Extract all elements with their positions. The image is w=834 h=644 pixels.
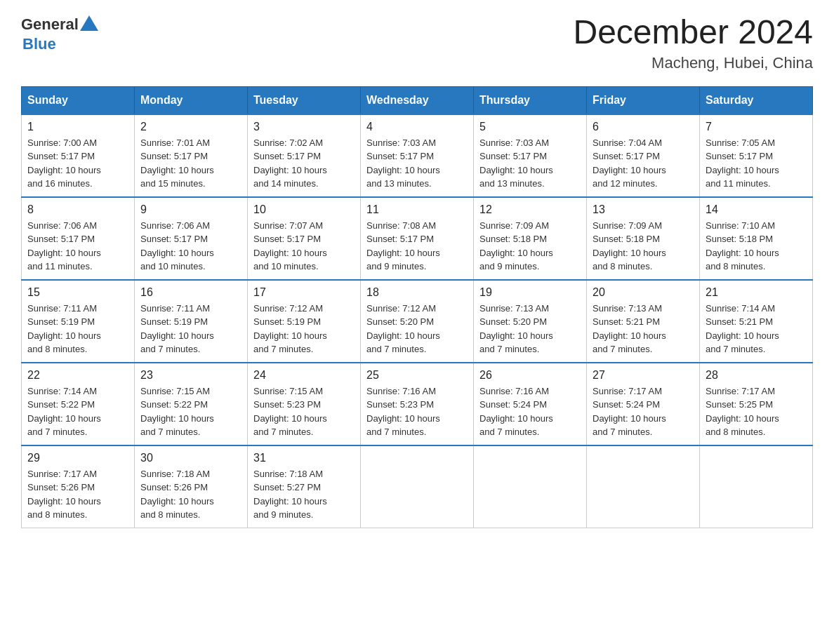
calendar-cell: 2 Sunrise: 7:01 AM Sunset: 5:17 PM Dayli… <box>135 114 248 197</box>
logo-general: General <box>21 15 79 34</box>
day-number: 4 <box>366 121 468 133</box>
calendar-title: December 2024 <box>573 14 813 51</box>
day-number: 12 <box>479 203 581 216</box>
calendar-cell: 3 Sunrise: 7:02 AM Sunset: 5:17 PM Dayli… <box>248 114 361 197</box>
svg-marker-0 <box>80 15 98 31</box>
header-monday: Monday <box>135 86 248 114</box>
header-friday: Friday <box>587 86 700 114</box>
day-info: Sunrise: 7:16 AM Sunset: 5:24 PM Dayligh… <box>479 384 581 439</box>
calendar-cell: 12 Sunrise: 7:09 AM Sunset: 5:18 PM Dayl… <box>474 197 587 280</box>
calendar-cell: 31 Sunrise: 7:18 AM Sunset: 5:27 PM Dayl… <box>248 445 361 528</box>
calendar-cell: 28 Sunrise: 7:17 AM Sunset: 5:25 PM Dayl… <box>700 363 813 445</box>
day-number: 7 <box>706 121 807 133</box>
day-number: 31 <box>253 452 355 464</box>
day-number: 6 <box>593 121 694 133</box>
calendar-cell: 17 Sunrise: 7:12 AM Sunset: 5:19 PM Dayl… <box>248 280 361 363</box>
day-number: 18 <box>366 286 468 299</box>
day-number: 28 <box>706 369 807 382</box>
page-header: General Blue December 2024 Macheng, Hube… <box>21 14 813 72</box>
week-row-2: 8 Sunrise: 7:06 AM Sunset: 5:17 PM Dayli… <box>22 197 813 280</box>
week-row-4: 22 Sunrise: 7:14 AM Sunset: 5:22 PM Dayl… <box>22 363 813 445</box>
day-number: 17 <box>253 286 355 299</box>
day-info: Sunrise: 7:06 AM Sunset: 5:17 PM Dayligh… <box>140 219 241 274</box>
calendar-cell: 25 Sunrise: 7:16 AM Sunset: 5:23 PM Dayl… <box>361 363 474 445</box>
calendar-cell: 19 Sunrise: 7:13 AM Sunset: 5:20 PM Dayl… <box>474 280 587 363</box>
day-number: 29 <box>27 452 128 464</box>
day-number: 30 <box>140 452 241 464</box>
day-info: Sunrise: 7:18 AM Sunset: 5:26 PM Dayligh… <box>140 467 241 522</box>
calendar-header-right: December 2024 Macheng, Hubei, China <box>573 14 813 72</box>
calendar-cell: 30 Sunrise: 7:18 AM Sunset: 5:26 PM Dayl… <box>135 445 248 528</box>
day-number: 5 <box>479 121 581 133</box>
day-info: Sunrise: 7:15 AM Sunset: 5:22 PM Dayligh… <box>140 384 241 439</box>
day-number: 26 <box>479 369 581 382</box>
day-number: 3 <box>253 121 355 133</box>
calendar-cell <box>361 445 474 528</box>
header-thursday: Thursday <box>474 86 587 114</box>
calendar-cell: 6 Sunrise: 7:04 AM Sunset: 5:17 PM Dayli… <box>587 114 700 197</box>
calendar-cell: 8 Sunrise: 7:06 AM Sunset: 5:17 PM Dayli… <box>22 197 135 280</box>
calendar-cell: 10 Sunrise: 7:07 AM Sunset: 5:17 PM Dayl… <box>248 197 361 280</box>
calendar-table: SundayMondayTuesdayWednesdayThursdayFrid… <box>21 86 813 528</box>
calendar-cell: 21 Sunrise: 7:14 AM Sunset: 5:21 PM Dayl… <box>700 280 813 363</box>
day-number: 24 <box>253 369 355 382</box>
calendar-cell: 13 Sunrise: 7:09 AM Sunset: 5:18 PM Dayl… <box>587 197 700 280</box>
day-number: 20 <box>593 286 694 299</box>
header-sunday: Sunday <box>22 86 135 114</box>
day-info: Sunrise: 7:10 AM Sunset: 5:18 PM Dayligh… <box>706 219 807 274</box>
day-info: Sunrise: 7:02 AM Sunset: 5:17 PM Dayligh… <box>253 136 355 191</box>
day-info: Sunrise: 7:14 AM Sunset: 5:22 PM Dayligh… <box>27 384 128 439</box>
day-number: 23 <box>140 369 241 382</box>
calendar-cell: 22 Sunrise: 7:14 AM Sunset: 5:22 PM Dayl… <box>22 363 135 445</box>
day-number: 1 <box>27 121 128 133</box>
day-number: 13 <box>593 203 694 216</box>
day-number: 2 <box>140 121 241 133</box>
calendar-cell: 15 Sunrise: 7:11 AM Sunset: 5:19 PM Dayl… <box>22 280 135 363</box>
day-number: 22 <box>27 369 128 382</box>
day-info: Sunrise: 7:13 AM Sunset: 5:21 PM Dayligh… <box>593 302 694 356</box>
calendar-cell: 4 Sunrise: 7:03 AM Sunset: 5:17 PM Dayli… <box>361 114 474 197</box>
day-info: Sunrise: 7:00 AM Sunset: 5:17 PM Dayligh… <box>27 136 128 191</box>
day-info: Sunrise: 7:17 AM Sunset: 5:26 PM Dayligh… <box>27 467 128 522</box>
calendar-cell: 24 Sunrise: 7:15 AM Sunset: 5:23 PM Dayl… <box>248 363 361 445</box>
day-number: 27 <box>593 369 694 382</box>
day-number: 14 <box>706 203 807 216</box>
calendar-header-row: SundayMondayTuesdayWednesdayThursdayFrid… <box>22 86 813 114</box>
day-info: Sunrise: 7:12 AM Sunset: 5:20 PM Dayligh… <box>366 302 468 356</box>
logo: General Blue <box>21 14 100 53</box>
header-saturday: Saturday <box>700 86 813 114</box>
calendar-cell: 1 Sunrise: 7:00 AM Sunset: 5:17 PM Dayli… <box>22 114 135 197</box>
day-info: Sunrise: 7:18 AM Sunset: 5:27 PM Dayligh… <box>253 467 355 522</box>
calendar-cell: 23 Sunrise: 7:15 AM Sunset: 5:22 PM Dayl… <box>135 363 248 445</box>
day-info: Sunrise: 7:03 AM Sunset: 5:17 PM Dayligh… <box>366 136 468 191</box>
calendar-cell: 9 Sunrise: 7:06 AM Sunset: 5:17 PM Dayli… <box>135 197 248 280</box>
day-info: Sunrise: 7:08 AM Sunset: 5:17 PM Dayligh… <box>366 219 468 274</box>
calendar-cell: 20 Sunrise: 7:13 AM Sunset: 5:21 PM Dayl… <box>587 280 700 363</box>
logo-blue: Blue <box>22 35 56 53</box>
day-number: 8 <box>27 203 128 216</box>
day-info: Sunrise: 7:09 AM Sunset: 5:18 PM Dayligh… <box>479 219 581 274</box>
logo-icon <box>79 14 100 35</box>
day-info: Sunrise: 7:05 AM Sunset: 5:17 PM Dayligh… <box>706 136 807 191</box>
day-number: 10 <box>253 203 355 216</box>
calendar-cell: 14 Sunrise: 7:10 AM Sunset: 5:18 PM Dayl… <box>700 197 813 280</box>
calendar-cell: 7 Sunrise: 7:05 AM Sunset: 5:17 PM Dayli… <box>700 114 813 197</box>
calendar-cell <box>474 445 587 528</box>
calendar-cell: 18 Sunrise: 7:12 AM Sunset: 5:20 PM Dayl… <box>361 280 474 363</box>
day-info: Sunrise: 7:07 AM Sunset: 5:17 PM Dayligh… <box>253 219 355 274</box>
week-row-3: 15 Sunrise: 7:11 AM Sunset: 5:19 PM Dayl… <box>22 280 813 363</box>
day-number: 11 <box>366 203 468 216</box>
week-row-1: 1 Sunrise: 7:00 AM Sunset: 5:17 PM Dayli… <box>22 114 813 197</box>
day-info: Sunrise: 7:17 AM Sunset: 5:25 PM Dayligh… <box>706 384 807 439</box>
day-info: Sunrise: 7:03 AM Sunset: 5:17 PM Dayligh… <box>479 136 581 191</box>
header-tuesday: Tuesday <box>248 86 361 114</box>
calendar-cell: 26 Sunrise: 7:16 AM Sunset: 5:24 PM Dayl… <box>474 363 587 445</box>
calendar-subtitle: Macheng, Hubei, China <box>573 54 813 72</box>
calendar-cell <box>587 445 700 528</box>
header-wednesday: Wednesday <box>361 86 474 114</box>
calendar-cell: 27 Sunrise: 7:17 AM Sunset: 5:24 PM Dayl… <box>587 363 700 445</box>
week-row-5: 29 Sunrise: 7:17 AM Sunset: 5:26 PM Dayl… <box>22 445 813 528</box>
day-info: Sunrise: 7:12 AM Sunset: 5:19 PM Dayligh… <box>253 302 355 356</box>
calendar-cell: 29 Sunrise: 7:17 AM Sunset: 5:26 PM Dayl… <box>22 445 135 528</box>
day-info: Sunrise: 7:04 AM Sunset: 5:17 PM Dayligh… <box>593 136 694 191</box>
